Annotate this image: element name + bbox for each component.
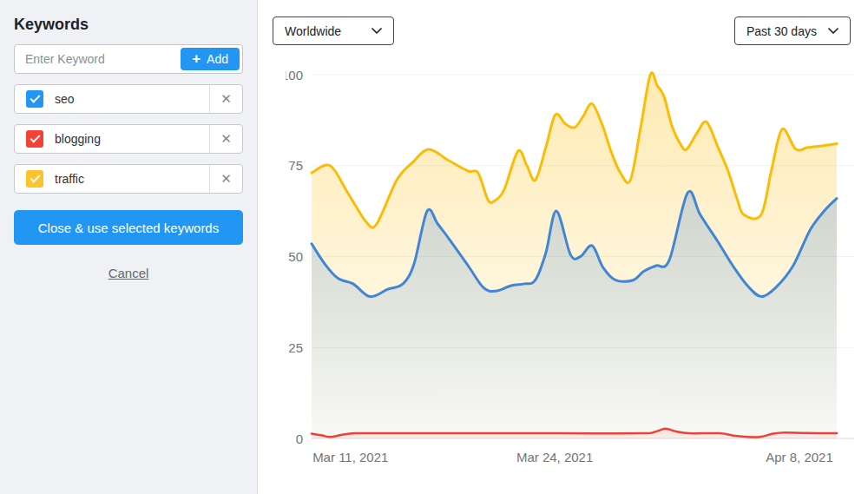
add-keyword-button[interactable]: + Add xyxy=(181,48,240,70)
checkmark-icon xyxy=(30,173,40,183)
remove-keyword-button[interactable]: ✕ xyxy=(209,125,242,153)
y-tick-label: 0 xyxy=(296,431,303,446)
y-tick-label: 50 xyxy=(288,249,303,264)
region-select-value: Worldwide xyxy=(285,24,341,38)
checkmark-icon xyxy=(30,133,40,143)
remove-keyword-button[interactable]: ✕ xyxy=(209,165,242,193)
sidebar-title: Keywords xyxy=(14,16,243,34)
remove-keyword-button[interactable]: ✕ xyxy=(209,85,242,113)
x-tick-label: Apr 8, 2021 xyxy=(766,450,833,464)
keyword-label: traffic xyxy=(55,172,209,186)
y-tick-label: 25 xyxy=(288,340,303,355)
y-tick-label: 75 xyxy=(288,158,303,173)
date-range-select-value: Past 30 days xyxy=(746,24,817,38)
chevron-down-icon xyxy=(372,28,382,34)
x-tick-label: Mar 11, 2021 xyxy=(312,450,388,464)
keyword-checkbox-seo[interactable] xyxy=(26,90,43,108)
add-button-label: Add xyxy=(207,52,228,66)
keyword-row: seo ✕ xyxy=(14,84,243,114)
checkmark-icon xyxy=(30,93,40,103)
y-tick-label: 100 xyxy=(286,68,303,82)
keyword-label: blogging xyxy=(55,132,209,146)
trends-panel: Worldwide Past 30 days 0255075100Mar 11,… xyxy=(258,0,868,494)
x-tick-label: Mar 24, 2021 xyxy=(516,450,593,464)
keyword-label: seo xyxy=(55,92,209,106)
plus-icon: + xyxy=(192,51,201,66)
apply-keywords-button[interactable]: Close & use selected keywords xyxy=(14,210,243,245)
keyword-row: traffic ✕ xyxy=(14,164,243,194)
trends-chart: 0255075100Mar 11, 2021Mar 24, 2021Apr 8,… xyxy=(286,68,863,476)
date-range-select[interactable]: Past 30 days xyxy=(734,16,851,45)
keyword-checkbox-traffic[interactable] xyxy=(26,170,43,188)
keyword-input-group: + Add xyxy=(14,44,243,74)
region-select[interactable]: Worldwide xyxy=(273,16,394,45)
trends-chart-svg: 0255075100Mar 11, 2021Mar 24, 2021Apr 8,… xyxy=(286,68,863,476)
chevron-down-icon xyxy=(828,28,838,34)
cancel-link[interactable]: Cancel xyxy=(108,266,149,280)
keyword-row: blogging ✕ xyxy=(14,124,243,154)
keywords-sidebar: Keywords + Add seo ✕ blogging ✕ xyxy=(0,0,258,494)
keyword-checkbox-blogging[interactable] xyxy=(26,130,43,148)
keyword-trends-app: Keywords + Add seo ✕ blogging ✕ xyxy=(0,0,868,494)
